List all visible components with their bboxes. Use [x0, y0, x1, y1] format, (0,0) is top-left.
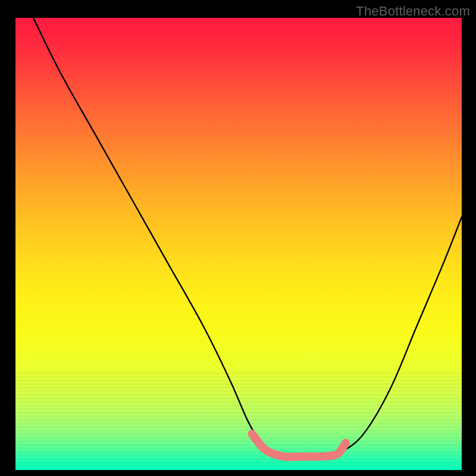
chart-container: TheBottleneck.com — [0, 0, 476, 476]
watermark-text: TheBottleneck.com — [356, 4, 470, 19]
main-curve-path — [33, 18, 462, 457]
plot-area — [15, 18, 462, 470]
curve-svg — [15, 18, 462, 470]
highlight-band-path — [252, 434, 346, 457]
